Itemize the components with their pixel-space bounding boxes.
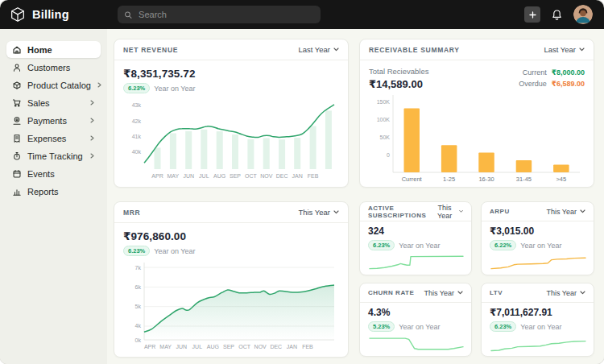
total-receivables-label: Total Recievables: [369, 67, 428, 76]
svg-text:NOV: NOV: [260, 173, 273, 179]
period-label: This Year: [546, 208, 577, 216]
sidebar-item-customers[interactable]: Customers: [6, 59, 101, 76]
sidebar-item-expenses[interactable]: Expenses: [6, 130, 101, 147]
overdue-value: ₹6,589.00: [552, 78, 585, 89]
sidebar-item-sales[interactable]: Sales: [6, 94, 101, 111]
svg-text:5k: 5k: [135, 304, 142, 309]
svg-text:50K: 50K: [380, 134, 391, 140]
svg-text:JUL: JUL: [192, 344, 203, 350]
events-icon: [12, 169, 22, 179]
sidebar: Home Customers Product Catalog Sales: [0, 29, 107, 364]
search-input[interactable]: [137, 9, 314, 20]
net-revenue-card: NET REVENUE Last Year ₹8,351,735.72 6.23…: [114, 39, 349, 188]
svg-text:JUN: JUN: [176, 344, 187, 350]
churn-rate-sparkline: [368, 334, 465, 355]
change-label: Year on Year: [154, 85, 195, 93]
period-label: Last Year: [298, 45, 330, 54]
svg-text:OCT: OCT: [238, 344, 251, 350]
chevron-down-icon: [579, 48, 585, 52]
app-title: Billing: [32, 8, 69, 21]
svg-text:FEB: FEB: [308, 173, 319, 179]
svg-text:Current: Current: [402, 176, 423, 183]
churn-rate-card: CHURN RATE This Year 4.3% 5.23% Year on …: [359, 283, 472, 357]
svg-text:DEC: DEC: [270, 344, 282, 350]
svg-text:OCT: OCT: [245, 173, 258, 179]
mrr-card: MRR This Year ₹976,860.00 6.23% Year on …: [114, 201, 349, 358]
current-label: Current: [523, 67, 547, 78]
ltv-period-dropdown[interactable]: This Year: [546, 289, 585, 297]
svg-text:APR: APR: [151, 173, 163, 179]
search-icon: [124, 10, 132, 19]
svg-text:41k: 41k: [132, 134, 142, 139]
active-subscriptions-period-dropdown[interactable]: This Year: [433, 204, 463, 220]
billing-app-window: Billing: [0, 0, 604, 364]
chevron-right-icon: [97, 81, 102, 89]
product-catalog-icon: [12, 81, 22, 90]
svg-text:MAY: MAY: [159, 344, 172, 350]
net-revenue-period-dropdown[interactable]: Last Year: [298, 45, 339, 54]
arpu-period-dropdown[interactable]: This Year: [546, 208, 585, 216]
overdue-label: Overdue: [519, 78, 547, 89]
sidebar-item-label: Customers: [27, 63, 95, 72]
total-receivables: Total Recievables ₹14,589.00: [369, 67, 428, 90]
receivable-info: Total Recievables ₹14,589.00 Current ₹8,…: [360, 60, 594, 90]
change-row: 6.23% Year on Year: [490, 321, 585, 332]
sidebar-item-home[interactable]: Home: [6, 41, 101, 58]
avatar-image: [573, 5, 593, 24]
sidebar-item-label: Home: [27, 45, 95, 55]
svg-text:7k: 7k: [135, 265, 142, 271]
arpu-value: ₹3,015.00: [490, 225, 585, 237]
mrr-period-dropdown[interactable]: This Year: [298, 208, 339, 217]
sidebar-item-payments[interactable]: Payments: [6, 112, 101, 129]
mrr-chart: 7k6k5k4k0kAPRMAYJUNJULAUGSEPOCTNOVDECJAN…: [123, 258, 339, 351]
card-title: ARPU: [490, 208, 510, 215]
card-title: MRR: [123, 209, 140, 217]
chevron-right-icon: [89, 152, 95, 159]
change-badge: 6.23%: [368, 240, 395, 250]
sidebar-item-events[interactable]: Events: [6, 165, 101, 182]
active-subscriptions-sparkline: [368, 253, 465, 274]
chevron-down-icon: [580, 291, 585, 295]
receivable-period-dropdown[interactable]: Last Year: [544, 45, 585, 54]
search-box[interactable]: [118, 6, 321, 23]
arpu-sparkline: [490, 253, 587, 274]
ltv-card: LTV This Year ₹7,011,627.91 6.23% Year o…: [481, 283, 594, 357]
home-icon: [12, 45, 22, 55]
change-row: 6.22% Year on Year: [490, 240, 585, 250]
svg-text:1-25: 1-25: [443, 176, 455, 183]
card-header: MRR This Year: [114, 202, 348, 223]
change-label: Year on Year: [154, 247, 195, 255]
card-header: CHURN RATE This Year: [360, 283, 471, 303]
net-revenue-value: ₹8,351,735.72: [123, 67, 339, 80]
sidebar-item-time-tracking[interactable]: Time Tracking: [6, 147, 101, 164]
bell-icon: [551, 9, 563, 21]
current-value: ₹8,000.00: [552, 67, 585, 78]
svg-text:APR: APR: [144, 344, 155, 350]
expenses-icon: [12, 134, 22, 143]
card-title: NET REVENUE: [123, 46, 178, 54]
brand: Billing: [10, 6, 69, 23]
churn-rate-period-dropdown[interactable]: This Year: [424, 289, 463, 297]
sidebar-item-label: Payments: [27, 116, 84, 126]
svg-text:FEB: FEB: [302, 344, 313, 350]
topbar-actions: [524, 5, 593, 24]
sidebar-item-product-catalog[interactable]: Product Catalog: [6, 77, 101, 93]
chevron-right-icon: [89, 117, 95, 124]
quick-create-button[interactable]: [524, 6, 540, 23]
change-label: Year on Year: [399, 323, 440, 331]
sidebar-item-label: Time Tracking: [27, 151, 84, 161]
sidebar-item-reports[interactable]: Reports: [6, 183, 101, 200]
topbar: Billing: [0, 0, 604, 29]
svg-text:31-45: 31-45: [516, 176, 532, 183]
card-header: ACTIVE SUBSCRIPTIONS This Year: [360, 202, 471, 221]
change-badge: 5.23%: [368, 321, 395, 332]
user-avatar[interactable]: [573, 5, 593, 24]
chevron-down-icon: [333, 210, 339, 214]
change-row: 5.23% Year on Year: [368, 321, 463, 332]
notifications-button[interactable]: [551, 9, 563, 21]
card-title: ACTIVE SUBSCRIPTIONS: [368, 205, 433, 219]
receivable-aging-chart: 150K100K50K0Current1-2516-3031-45>45: [369, 92, 585, 184]
sidebar-item-label: Events: [27, 169, 95, 179]
chevron-right-icon: [89, 99, 95, 106]
change-label: Year on Year: [520, 323, 561, 331]
